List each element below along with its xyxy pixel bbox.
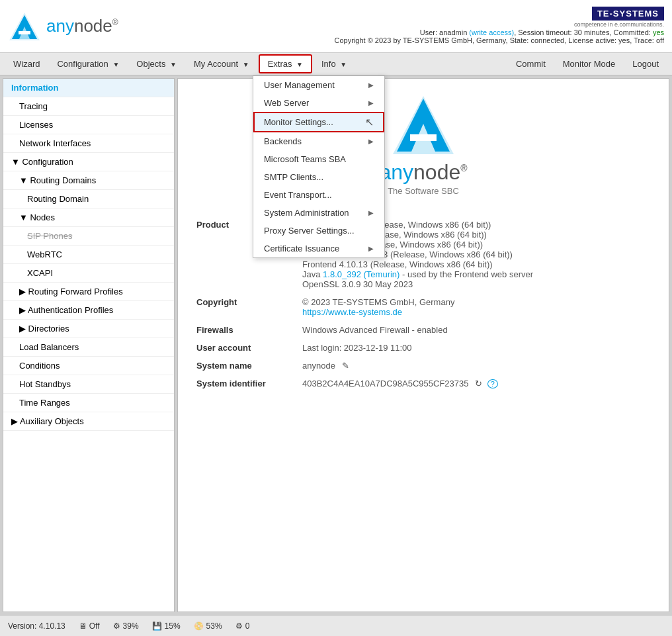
menu-item-smtp-clients[interactable]: SMTP Clients... [253,168,384,186]
microsoft-teams-sba-label: Microsoft Teams SBA [264,154,346,164]
anynode-big-logo: anynode® The Software SBC [379,92,467,196]
sidebar-item-routing-domains[interactable]: ▼ Routing Domains [3,171,174,190]
sidebar-item-information[interactable]: Information [3,79,174,97]
firewalls-row: Firewalls Windows Advanced Firewall - en… [191,321,655,339]
sidebar-item-routing-domain[interactable]: Routing Domain [3,190,174,208]
sidebar-item-xcapi[interactable]: XCAPI [3,264,174,283]
cpu-icon: ⚙ [113,621,120,631]
top-right: TE-SYSTEMS competence in e.communication… [335,9,664,44]
event-transport-label: Event Transport... [264,190,332,200]
svg-rect-3 [19,31,30,34]
product-line-5: Frontend 4.10.13 (Release, Windows x86 (… [302,259,650,269]
sidebar: Information Tracing Licenses Network Int… [3,78,175,612]
proxy-server-settings-label: Proxy Server Settings... [264,226,355,236]
user-account-label: User account [191,339,297,357]
sidebar-item-webrtc[interactable]: WebRTC [3,246,174,264]
anynode-tagline: The Software SBC [379,186,467,196]
disk-icon: 📀 [194,621,204,631]
nav-objects[interactable]: Objects ▼ [128,56,185,72]
menu-item-system-administration[interactable]: System Administration ▶ [253,204,384,222]
write-access-badge: (write access) [469,28,514,36]
submenu-arrow-user-management: ▶ [368,81,374,89]
system-id-label: System identifier [191,375,297,392]
submenu-arrow-certificate-issuance: ▶ [368,245,374,252]
content-area: anynode® The Software SBC Product anynod… [177,78,669,612]
user-info: User: anadmin (write access), Session ti… [335,28,664,36]
smtp-clients-label: SMTP Clients... [264,172,323,182]
sidebar-item-load-balancers[interactable]: Load Balancers [3,338,174,357]
backends-label: Backends [264,136,302,146]
logo-area: anynode® [8,10,118,43]
menu-item-microsoft-teams-sba[interactable]: Microsoft Teams SBA [253,150,384,168]
sidebar-item-authentication-profiles[interactable]: ▶ Authentication Profiles [3,301,174,320]
menu-item-web-server[interactable]: Web Server ▶ [253,94,384,112]
copyright-label: Copyright [191,293,297,321]
connections-icon: ⚙ [235,621,243,631]
firewalls-label: Firewalls [191,321,297,339]
statusbar: Version: 4.10.13 🖥 Off ⚙ 39% 💾 15% 📀 53%… [0,615,672,636]
user-account-row: User account Last login: 2023-12-19 11:0… [191,339,655,357]
menu-item-user-management[interactable]: User Management ▶ [253,76,384,94]
anynode-big-icon [390,92,456,158]
sidebar-item-licenses[interactable]: Licenses [3,116,174,134]
edit-icon[interactable]: ✎ [342,361,349,371]
monitor-icon: 🖥 [79,621,87,631]
anynode-logo-icon [8,10,41,43]
connections-status: ⚙ 0 [235,621,250,631]
nav-monitor-mode[interactable]: Monitor Mode [555,56,623,72]
nav-configuration[interactable]: Configuration ▼ [49,56,127,72]
firewalls-value: Windows Advanced Firewall - enabled [297,321,655,339]
extras-dropdown: User Management ▶ Web Server ▶ Monitor S… [253,75,385,258]
nav-info[interactable]: Info ▼ [314,56,355,72]
copyright-line: Copyright © 2023 by TE-SYSTEMS GmbH, Ger… [335,36,664,44]
memory-status: 💾 15% [152,621,181,631]
menu-item-backends[interactable]: Backends ▶ [253,132,384,150]
product-line-6: Java 1.8.0_392 (Temurin) - used by the F… [302,269,650,279]
user-management-label: User Management [264,80,335,90]
submenu-arrow-system-administration: ▶ [368,209,374,216]
sidebar-item-configuration[interactable]: ▼ Configuration [3,153,174,171]
nav-commit[interactable]: Commit [508,56,554,72]
sidebar-item-time-ranges[interactable]: Time Ranges [3,394,174,412]
anynode-big-name: anynode® [379,160,467,185]
svg-rect-5 [410,134,437,141]
cursor-indicator: ↖ [365,116,374,128]
system-id-row: System identifier 403B2C4A4EA10A7DC98A5C… [191,375,655,392]
disk-status: 📀 53% [194,621,222,631]
certificate-issuance-label: Certificate Issuance [264,244,339,253]
logo-text: anynode® [46,16,118,36]
sidebar-item-network-interfaces[interactable]: Network Interfaces [3,134,174,153]
menu-item-proxy-server-settings[interactable]: Proxy Server Settings... [253,222,384,240]
copyright-value: © 2023 TE-SYSTEMS GmbH, Germany https://… [297,293,655,321]
menu-item-certificate-issuance[interactable]: Certificate Issuance ▶ [253,240,384,257]
menu-item-event-transport[interactable]: Event Transport... [253,186,384,204]
committed-status: yes [653,28,664,36]
sidebar-item-directories[interactable]: ▶ Directories [3,320,174,338]
system-id-value: 403B2C4A4EA10A7DC98A5C955CF23735 ↻ ? [297,375,655,392]
sidebar-item-routing-forward-profiles[interactable]: ▶ Routing Forward Profiles [3,283,174,301]
submenu-arrow-backends: ▶ [368,138,374,145]
menu-item-monitor-settings[interactable]: Monitor Settings... ↖ [253,112,384,132]
copyright-text: © 2023 TE-SYSTEMS GmbH, Germany [302,297,650,307]
nav-wizard[interactable]: Wizard [5,56,48,72]
copyright-link[interactable]: https://www.te-systems.de [302,307,650,317]
nav-left: Wizard Configuration ▼ Objects ▼ My Acco… [5,54,355,73]
sidebar-item-hot-standbys[interactable]: Hot Standbys [3,375,174,394]
nav-logout[interactable]: Logout [624,56,667,72]
nav-extras[interactable]: Extras ▼ [259,54,312,73]
sidebar-item-tracing[interactable]: Tracing [3,97,174,116]
sidebar-item-auxiliary-objects[interactable]: ▶ Auxiliary Objects [3,412,174,431]
sidebar-item-sip-phones[interactable]: SIP Phones [3,227,174,246]
cpu-status: ⚙ 39% [113,621,139,631]
logo-text-area: anynode® [46,16,118,36]
monitor-settings-label: Monitor Settings... [264,117,333,127]
version-label: Version: 4.10.13 [8,621,65,631]
refresh-icon[interactable]: ↻ [475,379,482,388]
top-header: anynode® TE-SYSTEMS competence in e.comm… [0,0,672,53]
product-line-7: OpenSSL 3.0.9 30 May 2023 [302,279,650,289]
nav-my-account[interactable]: My Account ▼ [186,56,257,72]
sidebar-item-conditions[interactable]: Conditions [3,357,174,375]
system-name-label: System name [191,357,297,375]
help-icon[interactable]: ? [487,379,498,388]
sidebar-item-nodes[interactable]: ▼ Nodes [3,208,174,227]
